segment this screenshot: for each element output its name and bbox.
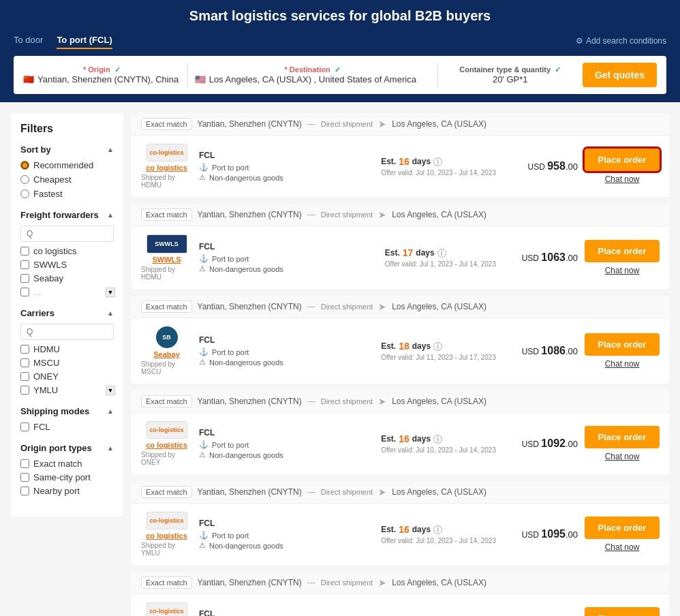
offer-valid-2: Offer valid: Jul 1, 2023 - Jul 14, 2023 — [385, 260, 496, 268]
place-order-btn-2[interactable]: Place order — [585, 240, 660, 262]
port-type-nearby[interactable]: Nearby port — [20, 486, 114, 496]
info-icon-5[interactable]: i — [433, 525, 442, 534]
forwarder-4: co-logistics co logistics Shipped by ONE… — [141, 421, 192, 466]
shipping-modes-chevron-icon: ▲ — [107, 407, 114, 415]
sort-cheapest[interactable]: Cheapest — [20, 174, 114, 185]
price-4: USD 1092.00 — [503, 437, 578, 450]
forwarder-3: SB Seabay Shipped by MSCU — [141, 326, 192, 375]
carrier-ymlu[interactable]: YMLU — [20, 385, 114, 395]
divider-1 — [187, 63, 188, 87]
route-tag-3: Exact match — [141, 301, 192, 313]
container-check-icon: ✓ — [555, 65, 561, 74]
tab-to-port[interactable]: To port (FCL) — [57, 32, 112, 49]
swwls-logo: SWWLS — [146, 234, 187, 253]
shipping-modes-section: Shipping modes ▲ FCL — [20, 406, 114, 432]
result-card-4: Exact match Yantian, Shenzhen (CNYTN) — … — [132, 390, 669, 474]
sort-fastest[interactable]: Fastest — [20, 189, 114, 199]
service1-1: ⚓ Port to port — [199, 163, 374, 172]
route-header-1: Exact match Yantian, Shenzhen (CNYTN) — … — [132, 113, 669, 136]
arrow-icon-1: — — [307, 119, 315, 129]
origin-check-icon: ✓ — [114, 65, 121, 74]
china-flag-icon: 🇨🇳 — [23, 74, 34, 84]
forwarder-name-5[interactable]: co logistics — [146, 532, 187, 540]
actions-4: Place order Chat now — [585, 426, 660, 461]
carriers-search[interactable] — [20, 324, 114, 340]
freight-forwarders-search[interactable] — [20, 226, 114, 242]
freight-forwarders-header[interactable]: Freight forwarders ▲ — [20, 210, 114, 220]
chat-now-1[interactable]: Chat now — [605, 174, 640, 184]
carrier-hdmu[interactable]: HDMU — [20, 344, 114, 354]
port-type-same-city[interactable]: Same-city port — [20, 472, 114, 482]
carrier-mscu[interactable]: MSCU — [20, 358, 114, 368]
forwarder-1: co-logistics co logistics Shipped by HDM… — [141, 144, 192, 189]
forwarder-name-4[interactable]: co logistics — [146, 441, 187, 449]
goods-icon-3: ⚠ — [199, 358, 206, 367]
destination-check-icon: ✓ — [335, 65, 341, 74]
origin-port-types-header[interactable]: Origin port types ▲ — [20, 443, 114, 453]
sort-by-header[interactable]: Sort by ▲ — [20, 144, 114, 155]
filter-icon: ⚙ — [576, 36, 583, 46]
arrow-icon-4: — — [307, 397, 315, 406]
result-card-3: Exact match Yantian, Shenzhen (CNYTN) — … — [132, 296, 669, 384]
place-order-btn-3[interactable]: Place order — [585, 333, 660, 356]
ff-co-logistics[interactable]: co logistics — [20, 246, 114, 256]
goods-icon-2: ⚠ — [199, 264, 206, 273]
est-time-2: Est. 17 days i Offer valid: Jul 1, 2023 … — [385, 247, 496, 268]
place-order-btn-4[interactable]: Place order — [585, 426, 660, 448]
ff-swwls[interactable]: SWWLS — [20, 260, 114, 270]
info-icon-3[interactable]: i — [433, 342, 442, 351]
results-list: Exact match Yantian, Shenzhen (CNYTN) — … — [132, 113, 669, 616]
info-icon-1[interactable]: i — [433, 157, 442, 166]
place-order-btn-5[interactable]: Place order — [585, 517, 660, 539]
page-title: Smart logistics services for global B2B … — [14, 8, 666, 24]
chat-now-2[interactable]: Chat now — [605, 266, 640, 275]
freight-forwarders-list-wrapper: co logistics SWWLS Seabay ... ▼ — [20, 246, 114, 297]
chat-now-5[interactable]: Chat now — [605, 542, 640, 552]
arrow-right-icon-5: ➤ — [378, 487, 386, 497]
sort-by-chevron-icon: ▲ — [107, 146, 114, 153]
carriers-list-wrapper: HDMU MSCU ONEY YMLU ▼ — [20, 344, 114, 395]
forwarder-name-1[interactable]: co logistics — [146, 164, 187, 172]
ff-more[interactable]: ... — [20, 287, 114, 297]
service2-1: ⚠ Non-dangerous goods — [199, 173, 374, 182]
service-details-4: FCL ⚓ Port to port ⚠ Non-dangerous goods — [199, 428, 374, 459]
chat-now-3[interactable]: Chat now — [605, 359, 640, 369]
route-header-4: Exact match Yantian, Shenzhen (CNYTN) — … — [132, 390, 669, 413]
actions-1: Place order Chat now — [585, 149, 660, 184]
port-icon-4: ⚓ — [199, 440, 208, 449]
price-1: USD 958.00 — [503, 160, 578, 172]
place-order-btn-1[interactable]: Place order — [585, 149, 660, 171]
shipped-by-5: Shipped by YMLU — [141, 542, 192, 557]
usa-flag-icon: 🇺🇸 — [195, 74, 206, 84]
carriers-section: Carriers ▲ HDMU MSCU ONEY — [20, 308, 114, 395]
chat-now-4[interactable]: Chat now — [605, 452, 640, 461]
shipped-by-3: Shipped by MSCU — [141, 360, 192, 375]
carriers-scroll-down-btn[interactable]: ▼ — [106, 386, 115, 395]
container-field: Container type & quantity ✓ 20' GP*1 — [445, 65, 576, 84]
port-type-exact[interactable]: Exact match — [20, 459, 114, 469]
carriers-header[interactable]: Carriers ▲ — [20, 308, 114, 318]
result-card-1: Exact match Yantian, Shenzhen (CNYTN) — … — [132, 113, 669, 197]
main-layout: Filters Sort by ▲ Recommended Cheapest F… — [0, 102, 680, 616]
shipping-modes-header[interactable]: Shipping modes ▲ — [20, 406, 114, 416]
get-quotes-button[interactable]: Get quotes — [583, 63, 657, 87]
info-icon-2[interactable]: i — [437, 249, 446, 258]
shipping-mode-fcl[interactable]: FCL — [20, 422, 114, 432]
forwarder-name-2[interactable]: SWWLS — [152, 256, 181, 264]
service-details-5: FCL ⚓ Port to port ⚠ Non-dangerous goods — [199, 519, 374, 550]
sort-options: Recommended Cheapest Fastest — [20, 160, 114, 199]
info-icon-4[interactable]: i — [433, 435, 442, 444]
destination-field: * Destination ✓ 🇺🇸 Los Angeles, CA (USLA… — [195, 65, 431, 84]
add-conditions-btn[interactable]: ⚙ Add search conditions — [576, 36, 666, 46]
arrow-right-icon-4: ➤ — [378, 396, 386, 407]
place-order-btn-6[interactable]: Place order — [585, 607, 660, 616]
forwarder-name-3[interactable]: Seabay — [153, 350, 180, 358]
ff-seabay[interactable]: Seabay — [20, 273, 114, 283]
sort-recommended[interactable]: Recommended — [20, 160, 114, 170]
carrier-oney[interactable]: ONEY — [20, 371, 114, 382]
carriers-chevron-icon: ▲ — [107, 309, 114, 317]
tab-to-door[interactable]: To door — [14, 32, 43, 49]
est-time-1: Est. 16 days i Offer valid: Jul 10, 2023… — [381, 156, 496, 176]
result-card-6: Exact match Yantian, Shenzhen (CNYTN) — … — [132, 572, 669, 616]
ff-scroll-down-btn[interactable]: ▼ — [106, 288, 115, 297]
